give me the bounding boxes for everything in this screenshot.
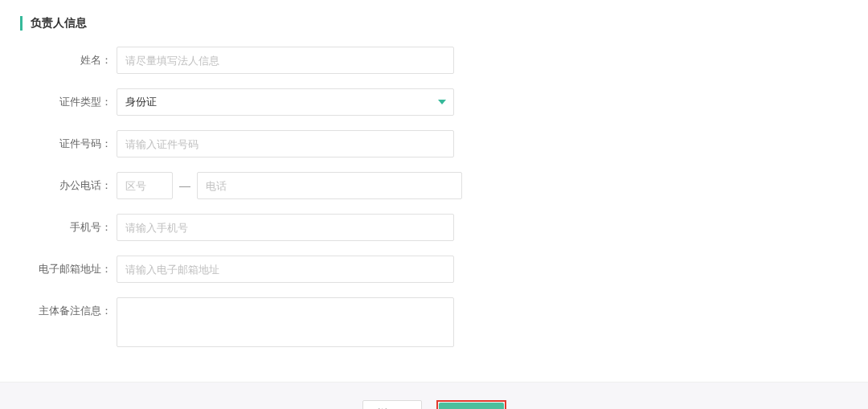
- next-button-highlight: 下一步: [436, 400, 506, 409]
- row-mobile: 手机号：: [0, 214, 868, 241]
- row-office-phone: 办公电话： —: [0, 172, 868, 199]
- row-name: 姓名：: [0, 47, 868, 74]
- label-remark: 主体备注信息：: [0, 297, 117, 318]
- area-code-input[interactable]: [117, 172, 173, 199]
- back-button[interactable]: 返 回: [362, 400, 422, 409]
- mobile-input[interactable]: [117, 214, 454, 241]
- row-id-type: 证件类型： 身份证: [0, 88, 868, 116]
- label-email: 电子邮箱地址：: [0, 256, 117, 276]
- phone-separator: —: [179, 179, 190, 192]
- label-office-phone: 办公电话：: [0, 172, 117, 193]
- label-id-number: 证件号码：: [0, 130, 117, 151]
- row-id-number: 证件号码：: [0, 130, 868, 157]
- id-number-input[interactable]: [117, 130, 454, 157]
- label-mobile: 手机号：: [0, 214, 117, 235]
- label-name: 姓名：: [0, 47, 117, 67]
- section-header: 负责人信息: [20, 16, 868, 31]
- next-button[interactable]: 下一步: [439, 403, 504, 409]
- row-email: 电子邮箱地址：: [0, 256, 868, 283]
- footer-bar: 返 回 下一步: [0, 382, 868, 409]
- name-input[interactable]: [117, 47, 454, 74]
- email-input[interactable]: [117, 256, 454, 283]
- id-type-select[interactable]: 身份证: [117, 88, 454, 116]
- section-title: 负责人信息: [31, 16, 87, 29]
- label-id-type: 证件类型：: [0, 88, 117, 109]
- id-type-value: 身份证: [117, 88, 454, 116]
- remark-textarea[interactable]: [117, 297, 454, 347]
- row-remark: 主体备注信息：: [0, 297, 868, 347]
- phone-input[interactable]: [197, 172, 462, 199]
